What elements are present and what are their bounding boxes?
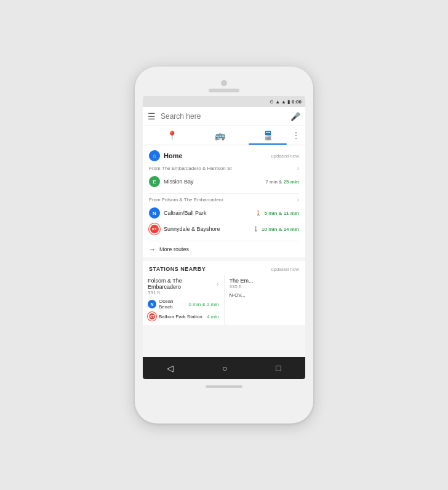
location-icon: ⊙ xyxy=(270,99,274,105)
status-icons: ⊙ ▲ ▲ ▮ xyxy=(270,99,290,105)
route-name-caltrain: Caltrain/Ball Park xyxy=(164,210,252,216)
walk-icon-1: 🚶 xyxy=(255,211,262,216)
nav-bar: ◁ ○ □ xyxy=(143,357,305,379)
tab-rail[interactable]: 🚆 xyxy=(244,126,292,145)
camera xyxy=(221,80,227,86)
tab-more[interactable]: ⋮ xyxy=(292,131,300,140)
route-time-sunnydale: 🚶 10 min & 14 min xyxy=(253,227,299,232)
route-section-2: From Folsom & The Embarcadero › N Caltra… xyxy=(143,195,305,239)
tab-bus[interactable]: 🚌 xyxy=(196,126,244,145)
home-icon: ⌂ xyxy=(149,150,160,161)
hamburger-icon[interactable]: ☰ xyxy=(148,111,156,121)
route-row-mission-bay: E Mission Bay 7 min & 25 min xyxy=(149,174,299,190)
battery-icon: ▮ xyxy=(287,99,290,105)
station-time-ocean-beach: 0 min & 2 min xyxy=(189,302,219,307)
speaker xyxy=(209,89,239,92)
phone-device: ⊙ ▲ ▲ ▮ 6:00 ☰ 🎤 📍 🚌 🚆 ⋮ xyxy=(135,66,313,424)
screen-content: ⌂ Home updated now From The Embarcadero … xyxy=(143,145,305,357)
station-col-2: The Em... 335 ft N-OV... xyxy=(225,275,306,325)
divider-2 xyxy=(149,241,299,241)
station-dist-1: 331 ft xyxy=(148,290,219,295)
route-row-sunnydale: KT Sunnydale & Bayshore 🚶 10 min & 14 mi… xyxy=(149,221,299,237)
back-button[interactable]: ◁ xyxy=(167,363,174,373)
from-text-2: From Folsom & The Embarcadero › xyxy=(149,196,299,203)
stations-nearby-card: STATIONS NEARBY updated now Folsom & The… xyxy=(143,261,305,325)
route-row-caltrain: N Caltrain/Ball Park 🚶 5 min & 11 min xyxy=(149,205,299,221)
station-name-2: The Em... xyxy=(230,278,301,284)
location-tab-icon: 📍 xyxy=(167,131,177,140)
chevron-icon-2[interactable]: › xyxy=(297,196,299,203)
tab-location[interactable]: 📍 xyxy=(148,126,196,145)
station-line-kt: KT Balboa Park Station 4 min xyxy=(148,311,219,322)
station-dest-ocean-beach: Ocean Beach xyxy=(159,299,186,310)
from-text-1: From The Embarcadero & Harrison St › xyxy=(149,165,299,172)
home-updated: updated now xyxy=(271,153,299,159)
home-button[interactable]: ○ xyxy=(222,363,227,373)
signal-icon: ▲ xyxy=(281,99,286,105)
recent-button[interactable]: □ xyxy=(276,363,281,373)
stations-updated: updated now xyxy=(271,267,299,272)
station-dist-2: 335 ft xyxy=(230,284,301,289)
rail-tab-icon: 🚆 xyxy=(263,131,273,140)
more-routes[interactable]: → More routes xyxy=(143,243,305,257)
home-bar xyxy=(206,385,242,388)
route-badge-kt: KT xyxy=(149,223,160,235)
station-time-balboa: 4 min xyxy=(207,314,219,319)
route-section-1: From The Embarcadero & Harrison St › E M… xyxy=(143,164,305,192)
wifi-icon: ▲ xyxy=(275,99,280,105)
station-badge-kt2: KT xyxy=(148,312,156,321)
microphone-icon[interactable]: 🎤 xyxy=(290,112,300,121)
chevron-icon-1[interactable]: › xyxy=(297,165,299,172)
home-card: ⌂ Home updated now From The Embarcadero … xyxy=(143,145,305,257)
divider-1 xyxy=(149,193,299,194)
station-dest-balboa: Balboa Park Station xyxy=(159,314,204,319)
route-name-mission-bay: Mission Bay xyxy=(164,179,262,185)
search-bar: ☰ 🎤 xyxy=(143,107,305,126)
station-badge-n: N xyxy=(148,300,156,308)
walk-icon-2: 🚶 xyxy=(253,227,259,232)
stations-row: Folsom & The Embarcadero › 331 ft N Ocea… xyxy=(143,275,305,325)
station-col-1: Folsom & The Embarcadero › 331 ft N Ocea… xyxy=(143,275,225,325)
stations-title: STATIONS NEARBY xyxy=(149,266,206,272)
route-badge-n: N xyxy=(149,207,160,219)
route-time-mission-bay: 7 min & 25 min xyxy=(265,179,299,185)
station-name-1: Folsom & The Embarcadero › xyxy=(148,278,219,290)
home-card-title: Home xyxy=(164,152,183,159)
stations-header: STATIONS NEARBY updated now xyxy=(143,261,305,275)
tab-bar: 📍 🚌 🚆 ⋮ xyxy=(143,126,305,145)
station-line-n-ov: N-OV... xyxy=(230,291,301,299)
station-dest-n-ov: N-OV... xyxy=(230,292,301,298)
station-line-n: N Ocean Beach 0 min & 2 min xyxy=(148,297,219,311)
status-bar: ⊙ ▲ ▲ ▮ 6:00 xyxy=(143,96,305,107)
bus-tab-icon: 🚌 xyxy=(215,131,225,140)
home-card-header: ⌂ Home updated now xyxy=(143,145,305,164)
phone-screen: ⊙ ▲ ▲ ▮ 6:00 ☰ 🎤 📍 🚌 🚆 ⋮ xyxy=(143,96,305,379)
search-input[interactable] xyxy=(161,112,286,121)
route-time-caltrain: 🚶 5 min & 11 min xyxy=(255,211,299,216)
status-time: 6:00 xyxy=(292,99,302,105)
route-badge-e: E xyxy=(149,176,160,187)
route-name-sunnydale: Sunnydale & Bayshore xyxy=(164,226,249,232)
home-title-row: ⌂ Home xyxy=(149,150,183,161)
more-routes-label: More routes xyxy=(159,246,189,252)
station-chevron-1[interactable]: › xyxy=(217,281,218,287)
arrow-icon: → xyxy=(149,246,156,253)
